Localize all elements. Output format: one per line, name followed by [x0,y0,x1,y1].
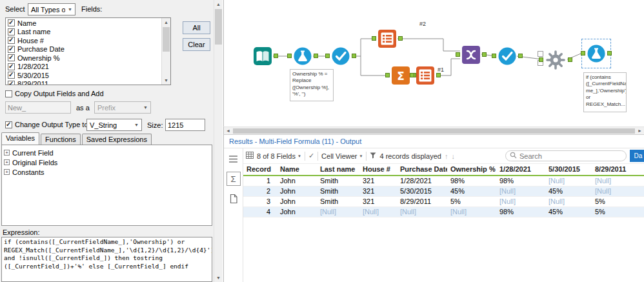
cell-viewer-dropdown[interactable]: Cell Viewer ▼ [321,152,363,160]
verify-tool[interactable] [498,46,517,66]
checkbox-checked-icon[interactable] [8,72,15,79]
column-header-ownership[interactable]: Ownership % [447,164,496,176]
column-header-1-28-2021[interactable]: 1/28/2021 [496,164,545,176]
field-list-item[interactable]: 5/30/2015 [6,71,161,80]
table-view-icon[interactable] [226,152,241,166]
cross-tab-tool[interactable] [461,45,481,65]
column-header-purchase-date[interactable]: Purchase Date [397,164,447,176]
output-anchor[interactable] [314,54,318,58]
data-button[interactable]: Da [630,150,644,162]
table-row[interactable]: 3JohnSmith3218/29/20115%[Null][Null]5% [243,197,644,207]
summarize-tool[interactable]: Σ [391,66,410,85]
checkbox-checked-icon[interactable] [8,37,15,44]
tab-functions[interactable]: Functions [41,134,81,145]
size-input[interactable] [165,119,205,131]
output-anchor[interactable] [352,54,356,58]
field-list-item[interactable]: Name [6,19,161,28]
profile-view-icon[interactable]: Σ [226,172,241,186]
multi-field-formula-tool-lower[interactable] [416,66,435,85]
input-anchor[interactable] [372,36,376,41]
copy-output-checkbox[interactable]: Copy Output Fields and Add [5,90,104,97]
output-anchor[interactable] [274,54,278,58]
tree-item-current-field[interactable]: +Current Field [4,148,210,157]
change-output-type-checkbox[interactable]: Change Output Type to [5,121,88,128]
input-anchor[interactable] [492,54,496,58]
scrollbar-thumb[interactable] [163,27,170,52]
field-type-dropdown[interactable]: All Types of ▼ [28,3,75,15]
input-anchor[interactable] [385,73,390,77]
column-header-last-name[interactable]: Last name [317,164,359,176]
output-anchor[interactable] [518,54,523,58]
column-header-name[interactable]: Name [277,164,317,176]
input-anchor[interactable] [539,57,543,62]
prefix-text-input[interactable] [5,101,71,114]
field-list-item[interactable]: 1/28/2021 [6,63,161,72]
selected-tool-annotation[interactable]: if (contains ([_CurrentFieldNa me_],'Own… [583,72,627,112]
canvas-horizontal-scrollbar[interactable]: ◄ ► [223,126,644,134]
field-list-item[interactable]: Last name [6,28,161,37]
output-anchor[interactable] [436,73,441,77]
fields-count-dropdown[interactable]: 8 of 8 Fields ▼ [257,152,301,160]
checkbox-checked-icon[interactable] [8,81,15,85]
column-header-8-29-2011[interactable]: 8/29/2011 [592,164,644,176]
input-anchor[interactable] [325,54,330,58]
scroll-down-icon[interactable]: ▼ [162,76,170,85]
prefix-suffix-dropdown[interactable]: Prefix ▼ [94,101,151,114]
source-view-icon[interactable] [226,192,241,206]
arrow-down-icon[interactable]: ↓ [451,152,455,160]
macro-gear-tool[interactable] [545,49,567,71]
tab-saved-expressions[interactable]: Saved Expressions [82,134,152,145]
field-list-item[interactable]: Purchase Date [6,45,161,54]
selected-formula-tool[interactable] [587,44,606,63]
scroll-right-icon[interactable]: ► [636,128,644,133]
column-header-record[interactable]: Record [243,164,277,176]
input-anchor[interactable] [410,73,414,77]
multi-field-formula-tool-upper[interactable] [377,29,397,48]
checkbox-checked-icon[interactable] [8,63,15,70]
search-input[interactable] [519,152,622,160]
expand-icon[interactable]: + [4,150,10,156]
expand-icon[interactable]: + [4,159,10,165]
config-panel-scrollbar[interactable]: ▲ ▼ [214,0,223,282]
scroll-down-icon[interactable]: ▼ [214,274,223,282]
checkbox-checked-icon[interactable] [8,19,15,26]
field-list-item[interactable]: House # [6,36,161,45]
scrollbar-thumb[interactable] [233,128,635,134]
table-row[interactable]: 4John[Null][Null][Null][Null]98%45%5% [243,207,644,217]
scrollbar-thumb[interactable] [215,9,222,45]
input-data-tool[interactable] [253,46,272,66]
scroll-left-icon[interactable]: ◄ [224,128,232,133]
expand-icon[interactable]: + [4,169,10,175]
column-header-5-30-2015[interactable]: 5/30/2015 [545,164,592,176]
output-anchor[interactable] [482,52,487,57]
field-list-item[interactable]: 8/29/2011 [6,80,161,85]
table-row[interactable]: 1JohnSmith3211/28/202198%98%[Null][Null] [243,176,644,186]
tab-variables[interactable]: Variables [1,132,39,145]
checkbox-checked-icon[interactable] [8,28,15,35]
check-icon[interactable]: ✓ [308,152,314,160]
output-anchor[interactable] [568,57,572,62]
formula-tool[interactable] [293,46,312,66]
output-anchor[interactable] [398,36,403,41]
scrollbar-track[interactable] [162,52,170,76]
arrow-up-icon[interactable]: ↑ [445,152,448,160]
select-tool[interactable] [331,46,350,66]
expression-editor[interactable]: if (contains([_CurrentFieldName_],'Owner… [1,237,212,282]
search-box[interactable] [505,150,627,161]
checkbox-checked-icon[interactable] [8,54,15,61]
tree-item-original-fields[interactable]: +Original Fields [4,157,210,167]
table-row[interactable]: 2JohnSmith3215/30/201545%[Null]45%[Null] [243,186,644,197]
input-anchor[interactable] [287,54,292,58]
clear-button[interactable]: Clear [183,38,210,51]
field-list-item[interactable]: Ownership % [6,54,161,63]
input-anchor[interactable] [456,52,460,57]
column-header-house[interactable]: House # [359,164,397,176]
scroll-up-icon[interactable]: ▲ [162,18,170,26]
formula-annotation[interactable]: Ownership % = Replace ([Ownership %], '%… [290,69,334,101]
scroll-up-icon[interactable]: ▲ [214,0,223,8]
field-list-scrollbar[interactable]: ▲ ▼ [161,18,170,85]
tree-item-constants[interactable]: +Constants [4,167,210,177]
checkbox-checked-icon[interactable] [8,46,15,53]
input-anchor[interactable] [581,51,585,55]
output-type-dropdown[interactable]: V_String ▼ [86,119,142,131]
